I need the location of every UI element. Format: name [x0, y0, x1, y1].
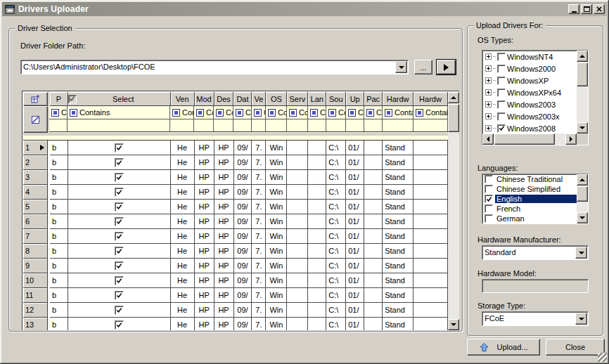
grid-cell[interactable]: Stand	[383, 200, 414, 214]
grid-cell[interactable]: HP	[195, 273, 214, 288]
filter-value-cell[interactable]	[383, 119, 414, 132]
close-dialog-button[interactable]: Close	[546, 339, 605, 356]
os-type-item[interactable]: WindowsXPx64	[482, 86, 588, 98]
grid-cell[interactable]: b	[50, 259, 68, 273]
grid-cell[interactable]: HP	[195, 244, 214, 259]
grid-cell[interactable]: C:\	[326, 303, 346, 318]
grid-cell[interactable]: 01/	[346, 214, 364, 229]
grid-cell[interactable]: He	[171, 141, 195, 155]
grid-cell[interactable]	[414, 244, 448, 259]
clear-filter-button[interactable]	[23, 106, 48, 133]
table-row[interactable]: 1bHeHPHP09/7.WinC:\01/Stand	[23, 141, 448, 155]
grid-cell[interactable]: 01/	[346, 318, 364, 330]
grid-cell[interactable]: He	[171, 229, 195, 244]
grid-cell[interactable]	[308, 200, 326, 214]
grid-cell[interactable]: HP	[214, 141, 234, 155]
grid-cell[interactable]: HP	[195, 214, 214, 229]
grid-cell[interactable]: b	[50, 185, 68, 200]
grid-cell[interactable]	[68, 288, 171, 303]
filter-square-icon[interactable]	[416, 109, 423, 117]
column-header-serv[interactable]: Serv	[287, 92, 308, 106]
grid-cell[interactable]: b	[50, 288, 68, 303]
titlebar[interactable]: Drivers Uploader	[2, 2, 607, 16]
grid-cell[interactable]: 01/	[346, 185, 364, 200]
row-header[interactable]: 10	[23, 273, 48, 288]
filter-square-icon[interactable]	[366, 109, 374, 117]
row-header[interactable]: 13	[23, 318, 48, 330]
os-type-item[interactable]: Windows2008	[482, 122, 588, 134]
language-item[interactable]: Chinese Traditional	[482, 174, 588, 184]
filter-value-cell[interactable]	[346, 119, 364, 132]
checkbox[interactable]	[497, 124, 506, 133]
grid-cell[interactable]: 7.	[252, 273, 266, 288]
filter-square-icon[interactable]	[70, 109, 77, 117]
grid-cell[interactable]: HP	[214, 244, 234, 259]
grid-cell[interactable]: Stand	[383, 170, 414, 185]
filter-square-icon[interactable]	[348, 109, 356, 117]
grid-cell[interactable]	[364, 170, 383, 185]
row-header[interactable]: 3	[23, 170, 48, 185]
filter-square-icon[interactable]	[254, 109, 262, 117]
grid-cell[interactable]: HP	[214, 185, 234, 200]
languages-vertical-scrollbar[interactable]	[577, 174, 588, 223]
grid-cell[interactable]: HP	[214, 214, 234, 229]
grid-cell[interactable]	[308, 229, 326, 244]
table-row[interactable]: 5bHeHPHP09/7.WinC:\01/Stand	[23, 200, 448, 214]
column-header-sou[interactable]: Sou	[326, 92, 346, 106]
grid-cell[interactable]	[364, 318, 383, 330]
row-header[interactable]: 12	[23, 303, 48, 318]
grid-cell[interactable]: 7.	[252, 303, 266, 318]
row-header[interactable]: 6	[23, 214, 48, 229]
grid-cell[interactable]: HP	[214, 303, 234, 318]
grid-cell[interactable]: Win	[266, 170, 287, 185]
grid-cell[interactable]: Win	[266, 303, 287, 318]
grid-cell[interactable]: C:\	[326, 288, 346, 303]
os-type-item[interactable]: WindowsNT4	[482, 51, 588, 63]
checkbox[interactable]	[115, 143, 124, 152]
column-header-os[interactable]: OS	[266, 92, 287, 106]
grid-cell[interactable]: b	[50, 303, 68, 318]
expand-plus-icon[interactable]	[485, 125, 492, 131]
column-header-p[interactable]: P	[50, 92, 68, 106]
grid-cell[interactable]: He	[171, 214, 195, 229]
grid-cell[interactable]	[68, 303, 171, 318]
grid-cell[interactable]	[364, 244, 383, 259]
column-header-hardw[interactable]: Hardw	[383, 92, 414, 106]
grid-vertical-scrollbar[interactable]	[448, 92, 459, 330]
grid-cell[interactable]	[308, 141, 326, 155]
grid-cell[interactable]	[364, 200, 383, 214]
filter-cell[interactable]: Contains	[414, 106, 448, 119]
filter-value-cell[interactable]	[308, 119, 326, 132]
grid-cell[interactable]	[414, 318, 448, 330]
checkbox[interactable]	[115, 158, 124, 167]
row-header[interactable]: 7	[23, 229, 48, 244]
grid-cell[interactable]: Win	[266, 273, 287, 288]
grid-cell[interactable]: b	[50, 214, 68, 229]
grid-cell[interactable]: He	[171, 303, 195, 318]
grid-cell[interactable]: Stand	[383, 244, 414, 259]
grid-cell[interactable]: 7.	[252, 229, 266, 244]
checkbox[interactable]	[497, 100, 506, 109]
grid-cell[interactable]: Stand	[383, 273, 414, 288]
grid-cell[interactable]	[68, 273, 171, 288]
grid-cell[interactable]	[414, 259, 448, 273]
os-scroll-left-button[interactable]	[482, 134, 494, 145]
grid-cell[interactable]	[308, 303, 326, 318]
grid-cell[interactable]	[287, 303, 308, 318]
grid-cell[interactable]: 09/	[234, 229, 252, 244]
row-header[interactable]: 9	[23, 259, 48, 273]
grid-cell[interactable]: 7.	[252, 155, 266, 170]
grid-cell[interactable]: Stand	[383, 185, 414, 200]
grid-cell[interactable]	[287, 318, 308, 330]
grid-cell[interactable]	[287, 273, 308, 288]
grid-cell[interactable]: 01/	[346, 259, 364, 273]
grid-cell[interactable]	[414, 200, 448, 214]
checkbox[interactable]	[485, 214, 493, 223]
grid-cell[interactable]	[68, 200, 171, 214]
row-header[interactable]: 2	[23, 155, 48, 170]
grid-cell[interactable]: HP	[195, 229, 214, 244]
checkbox[interactable]	[497, 77, 506, 85]
grid-cell[interactable]: 01/	[346, 244, 364, 259]
grid-cell[interactable]: Win	[266, 214, 287, 229]
grid-cell[interactable]: Win	[266, 288, 287, 303]
